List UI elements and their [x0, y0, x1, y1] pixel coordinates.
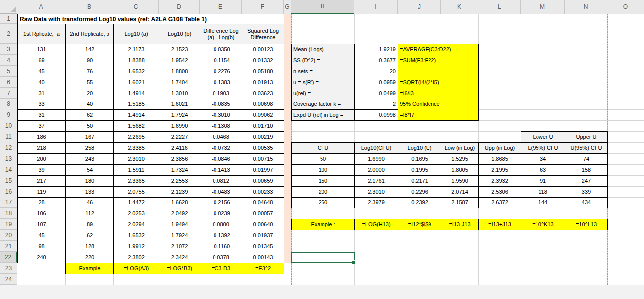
cell-F5[interactable]: 0.05180	[242, 66, 284, 77]
cell-I17[interactable]: 2.3979	[354, 197, 398, 208]
cell-E4[interactable]: -0.1154	[200, 55, 242, 66]
cell-H5[interactable]: n sets =	[291, 66, 355, 77]
cell-M11[interactable]: Lower U	[521, 131, 565, 143]
cell-E20[interactable]: -0.1392	[200, 230, 242, 241]
cell-I16[interactable]: 2.3010	[354, 186, 398, 198]
cell-B14[interactable]: 54	[65, 164, 114, 176]
row-header-14[interactable]: 14	[0, 164, 17, 175]
cell-M13[interactable]: 34	[521, 153, 565, 165]
row-header-7[interactable]: 7	[0, 88, 17, 99]
cell-C14[interactable]: 1.5911	[113, 164, 159, 176]
column-header-K[interactable]: K	[441, 0, 478, 14]
cell-B3[interactable]: 142	[65, 44, 114, 55]
cell-D21[interactable]: 2.1072	[159, 241, 200, 252]
cell-B2[interactable]: 2nd Replicate, b	[65, 24, 114, 44]
cell-D3[interactable]: 2.1523	[159, 44, 200, 55]
cell-B21[interactable]: 128	[65, 241, 114, 252]
cell-L17[interactable]: 2.6372	[478, 197, 521, 208]
cell-I8[interactable]: 2	[354, 99, 398, 110]
cell-F14[interactable]: 0.01997	[242, 164, 284, 176]
row-header-4[interactable]: 4	[0, 55, 17, 66]
cell-F12[interactable]: 0.00535	[242, 142, 284, 154]
cell-I5[interactable]: 20	[354, 66, 398, 77]
cell-N15[interactable]: 247	[565, 175, 608, 187]
cell-D17[interactable]: 1.6628	[159, 197, 200, 208]
cell-E9[interactable]: -0.3010	[200, 109, 242, 121]
cell-B18[interactable]: 112	[65, 208, 114, 219]
cell-J9[interactable]: =I8*I7	[398, 109, 477, 120]
cell-C13[interactable]: 2.3010	[113, 153, 159, 165]
cell-D23[interactable]: =LOG*B3)	[159, 263, 200, 274]
cell-D9[interactable]: 1.7924	[159, 109, 200, 121]
row-header-20[interactable]: 20	[0, 230, 17, 241]
cell-J15[interactable]: 0.2171	[398, 175, 441, 187]
cell-I4[interactable]: 0.3677	[354, 55, 398, 66]
cell-A2[interactable]: 1st Rplicate, a	[17, 24, 66, 44]
row-header-2[interactable]: 2	[0, 24, 17, 44]
cell-F20[interactable]: 0.01937	[242, 230, 284, 241]
cell-A14[interactable]: 39	[17, 164, 66, 176]
cell-A9[interactable]: 31	[17, 109, 66, 121]
cell-D15[interactable]: 2.2553	[159, 175, 200, 187]
cell-L16[interactable]: 2.5306	[478, 186, 521, 198]
cell-E14[interactable]: -0.1413	[200, 164, 242, 176]
cell-A19[interactable]: 107	[17, 219, 66, 230]
cell-E3[interactable]: -0.0350	[200, 44, 242, 55]
active-cell-H22[interactable]	[291, 252, 355, 263]
cell-I19[interactable]: =LOG(H13)	[354, 219, 398, 230]
cell-I6[interactable]: 0.0959	[354, 77, 398, 88]
cell-J14[interactable]: 0.1995	[398, 164, 441, 176]
row-header-23[interactable]: 23	[0, 263, 17, 274]
cell-H8[interactable]: Coverage factor k =	[291, 99, 355, 110]
cell-C3[interactable]: 2.1173	[113, 44, 159, 55]
cell-L19[interactable]: =I13+J13	[478, 219, 521, 230]
cell-C11[interactable]: 2.2695	[113, 131, 159, 143]
cell-K12[interactable]: Low (in Log)	[441, 142, 479, 154]
cell-B16[interactable]: 133	[65, 186, 114, 198]
column-header-J[interactable]: J	[398, 0, 441, 14]
cell-F8[interactable]: 0.00698	[242, 99, 284, 110]
cell-A4[interactable]: 69	[17, 55, 66, 66]
cell-N13[interactable]: 74	[565, 153, 608, 165]
row-header-24[interactable]: 24	[0, 274, 17, 285]
column-header-G[interactable]: G	[284, 0, 291, 14]
cell-F13[interactable]: 0.00715	[242, 153, 284, 165]
row-header-13[interactable]: 13	[0, 153, 17, 164]
cell-A22[interactable]: 240	[17, 252, 66, 263]
cell-I7[interactable]: 0.0499	[354, 88, 398, 99]
cell-D22[interactable]: 2.3424	[159, 252, 200, 263]
cell-F3[interactable]: 0.00123	[242, 44, 284, 55]
column-header-M[interactable]: M	[521, 0, 565, 14]
row-header-19[interactable]: 19	[0, 219, 17, 230]
cell-K19[interactable]: =I13-J13	[441, 219, 479, 230]
cell-B23[interactable]: Example	[65, 263, 114, 274]
cell-I9[interactable]: 0.0998	[354, 109, 398, 121]
cell-I13[interactable]: 1.6990	[354, 153, 398, 165]
cell-B15[interactable]: 180	[65, 175, 114, 187]
column-header-D[interactable]: D	[159, 0, 200, 14]
cell-L13[interactable]: 1.8685	[478, 153, 521, 165]
cell-B13[interactable]: 243	[65, 153, 114, 165]
cell-M12[interactable]: L(95%) CFU	[521, 142, 565, 154]
row-header-17[interactable]: 17	[0, 197, 17, 208]
cell-B4[interactable]: 90	[65, 55, 114, 66]
cell-L15[interactable]: 2.3932	[478, 175, 521, 187]
cell-N14[interactable]: 158	[565, 164, 608, 176]
cell-M19[interactable]: =10^K13	[521, 219, 565, 230]
cell-D16[interactable]: 2.1239	[159, 186, 200, 198]
cell-B17[interactable]: 46	[65, 197, 114, 208]
cell-A20[interactable]: 45	[17, 230, 66, 241]
column-header-O[interactable]: O	[607, 0, 644, 14]
cell-J8[interactable]: 95% Confidence	[398, 99, 477, 109]
cell-F4[interactable]: 0.01332	[242, 55, 284, 66]
cell-F19[interactable]: 0.00640	[242, 219, 284, 230]
cell-C16[interactable]: 2.0755	[113, 186, 159, 198]
cell-A10[interactable]: 37	[17, 120, 66, 132]
column-header-B[interactable]: B	[65, 0, 113, 14]
cell-D7[interactable]: 1.3010	[159, 88, 200, 99]
cell-F23[interactable]: =E3^2	[242, 263, 284, 274]
cell-F18[interactable]: 0.00057	[242, 208, 284, 219]
cell-A5[interactable]: 45	[17, 66, 66, 77]
cell-K13[interactable]: 1.5295	[441, 153, 479, 165]
cell-C12[interactable]: 2.3385	[113, 142, 159, 154]
